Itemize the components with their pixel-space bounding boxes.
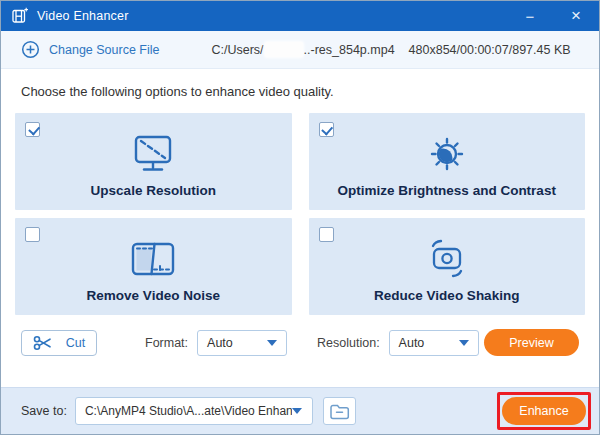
option-label: Optimize Brightness and Contrast xyxy=(338,183,556,198)
remove-noise-checkbox[interactable] xyxy=(25,227,40,242)
minimize-button[interactable]: − xyxy=(507,1,553,31)
brightness-sun-icon xyxy=(425,131,469,177)
save-to-label: Save to: xyxy=(21,404,67,418)
source-file-info: 480x854/00:00:07/897.45 KB xyxy=(409,43,571,57)
scissors-icon xyxy=(33,335,53,351)
enhance-button[interactable]: Enhance xyxy=(502,397,586,425)
controls-row: Cut Format: Auto Resolution: Auto Previe… xyxy=(21,329,579,356)
preview-button[interactable]: Preview xyxy=(484,329,579,356)
resolution-label: Resolution: xyxy=(317,336,380,350)
video-enhancer-window: Video Enhancer − × Change Source File C:… xyxy=(0,0,600,435)
open-folder-button[interactable] xyxy=(323,397,356,425)
option-card-upscale-resolution[interactable]: Upscale Resolution xyxy=(15,113,292,210)
enhance-highlight-annotation: Enhance xyxy=(497,392,591,430)
chevron-down-icon xyxy=(292,408,302,414)
change-source-file-button[interactable]: Change Source File xyxy=(21,40,159,59)
format-label: Format: xyxy=(145,336,188,350)
format-value: Auto xyxy=(207,336,267,350)
resolution-value: Auto xyxy=(399,336,459,350)
option-label: Remove Video Noise xyxy=(87,288,220,303)
source-file-path: C:/Users/..-res_854p.mp4 xyxy=(211,42,394,57)
filmstrip-icon xyxy=(129,236,177,282)
option-card-optimize-brightness[interactable]: Optimize Brightness and Contrast xyxy=(309,113,586,210)
upscale-monitor-icon xyxy=(130,131,176,177)
camera-shake-icon xyxy=(425,236,469,282)
redacted-path-segment xyxy=(265,42,303,57)
instruction-text: Choose the following options to enhance … xyxy=(21,84,599,99)
upscale-resolution-checkbox[interactable] xyxy=(25,122,40,137)
footer-bar: Save to: C:\AnyMP4 Studio\A...ate\Video … xyxy=(1,387,599,434)
save-path-dropdown[interactable]: C:\AnyMP4 Studio\A...ate\Video Enhancer xyxy=(75,397,313,425)
option-card-reduce-shaking[interactable]: Reduce Video Shaking xyxy=(309,218,586,315)
resolution-select[interactable]: Auto xyxy=(389,330,479,356)
optimize-brightness-checkbox[interactable] xyxy=(319,122,334,137)
enhance-options-grid: Upscale Resolution xyxy=(15,113,585,315)
cut-label: Cut xyxy=(66,336,85,350)
close-button[interactable]: × xyxy=(553,1,599,31)
chevron-down-icon xyxy=(267,340,277,346)
title-bar: Video Enhancer − × xyxy=(1,1,599,31)
plus-circle-icon xyxy=(21,40,40,59)
format-select[interactable]: Auto xyxy=(197,330,287,356)
option-label: Upscale Resolution xyxy=(91,183,216,198)
main-panel: Choose the following options to enhance … xyxy=(1,69,599,387)
cut-button[interactable]: Cut xyxy=(21,330,97,356)
chevron-down-icon xyxy=(459,340,469,346)
app-filmstrip-star-icon xyxy=(11,7,29,25)
window-buttons: − × xyxy=(507,1,599,31)
save-path-value: C:\AnyMP4 Studio\A...ate\Video Enhancer xyxy=(85,404,292,418)
folder-icon xyxy=(329,403,350,420)
reduce-shaking-checkbox[interactable] xyxy=(319,227,334,242)
option-label: Reduce Video Shaking xyxy=(374,288,519,303)
option-card-remove-noise[interactable]: Remove Video Noise xyxy=(15,218,292,315)
source-file-bar: Change Source File C:/Users/..-res_854p.… xyxy=(1,31,599,69)
window-title: Video Enhancer xyxy=(37,9,129,23)
change-source-file-label: Change Source File xyxy=(49,43,159,57)
